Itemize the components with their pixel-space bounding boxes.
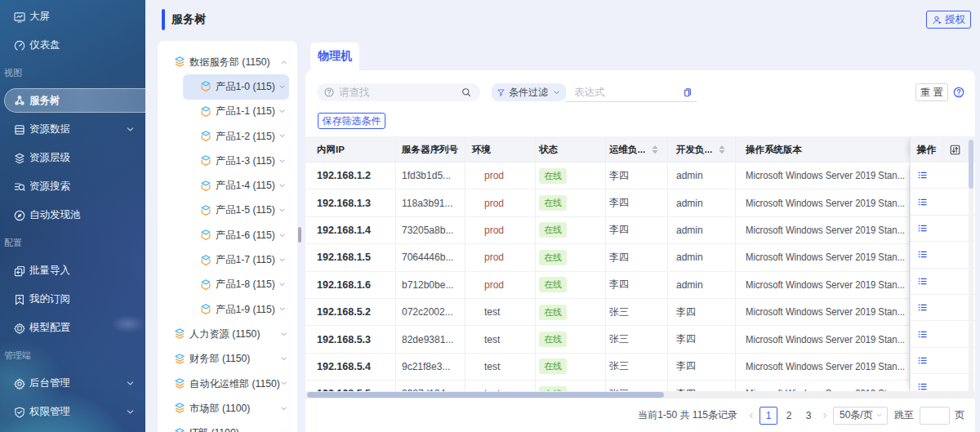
search-input[interactable]: 请查找 bbox=[317, 83, 480, 101]
page-size-value: 50条/页 bbox=[840, 408, 873, 422]
tree-node[interactable]: 数据服务部 (1150) bbox=[158, 50, 297, 74]
action-list-icon[interactable] bbox=[917, 329, 928, 340]
sidebar-item-gear[interactable]: 后台管理 bbox=[0, 369, 145, 398]
expression-input[interactable]: 表达式 bbox=[565, 83, 697, 102]
compass-icon bbox=[13, 209, 26, 222]
sidebar-item-layers[interactable]: 资源层级 bbox=[0, 144, 145, 172]
authorize-button[interactable]: 授权 bbox=[926, 11, 971, 29]
horizontal-scrollbar-thumb[interactable] bbox=[307, 392, 664, 398]
tree-node[interactable]: 产品1-4 (115) bbox=[183, 173, 289, 198]
status-badge: 在线 bbox=[539, 168, 567, 184]
sidebar-item-gauge[interactable]: 仪表盘 bbox=[0, 31, 145, 60]
save-filter-button[interactable]: 保存筛选条件 bbox=[318, 113, 385, 129]
tab-physical-machine[interactable]: 物理机 bbox=[310, 42, 359, 70]
cell-ip: 192.168.5.5 bbox=[305, 381, 396, 392]
cell-os-text: Microsoft Windows Server 2019 Stan... bbox=[746, 198, 905, 209]
sort-buttons[interactable] bbox=[719, 145, 725, 154]
action-list-icon[interactable] bbox=[917, 355, 928, 366]
sidebar-item-subscribe[interactable]: 我的订阅 bbox=[0, 285, 145, 314]
column-header[interactable]: 运维负... bbox=[606, 136, 668, 163]
action-list-icon[interactable] bbox=[917, 249, 928, 260]
action-list-icon[interactable] bbox=[917, 223, 928, 234]
sidebar-item-shield-check[interactable]: 权限管理 bbox=[0, 398, 145, 426]
chevron-down-icon bbox=[126, 125, 135, 134]
page-number-1[interactable]: 1 bbox=[760, 407, 777, 425]
main-panel: 请查找 条件过滤 表达式 重 置 保存筛选条件 内网IP服务器序列号环境状态运维… bbox=[305, 70, 975, 432]
vertical-scrollbar-thumb[interactable] bbox=[969, 140, 973, 189]
column-header[interactable]: 操作系统版本 bbox=[736, 136, 910, 163]
table-row: 192.168.5.2072c2002...test在线张三李四Microsof… bbox=[305, 299, 910, 326]
tree-node[interactable]: 产品1-9 (115) bbox=[183, 297, 289, 322]
cell-os-text: Microsoft Windows Server 2019 Stan... bbox=[746, 361, 905, 372]
cell-status: 在线 bbox=[536, 381, 606, 392]
tree-node[interactable]: 财务部 (1150) bbox=[158, 347, 297, 372]
tree-node-label: 产品1-5 (115) bbox=[216, 203, 275, 217]
column-header[interactable]: 状态 bbox=[536, 136, 606, 163]
column-header[interactable]: 内网IP bbox=[305, 136, 396, 163]
action-list-icon[interactable] bbox=[917, 276, 928, 287]
jump-to-input[interactable] bbox=[920, 407, 950, 425]
table-row: 192.168.1.57064446b...prod在线李四adminMicro… bbox=[305, 244, 910, 271]
product-icon bbox=[199, 303, 212, 316]
help-icon[interactable] bbox=[952, 86, 965, 99]
tree-node[interactable]: 产品1-8 (115) bbox=[183, 273, 289, 297]
copy-icon[interactable] bbox=[682, 87, 693, 98]
cell-ops-owner: 张三 bbox=[606, 381, 668, 392]
page-size-select[interactable]: 50条/页 bbox=[833, 407, 888, 425]
column-header[interactable]: 开发负... bbox=[668, 136, 736, 163]
tree-node[interactable]: 产品1-2 (115) bbox=[183, 124, 289, 149]
tree-node[interactable]: 自动化运维部 (1150) bbox=[158, 372, 297, 396]
column-settings-icon[interactable] bbox=[949, 144, 961, 156]
action-list-icon[interactable] bbox=[917, 302, 928, 313]
column-header[interactable]: 环境 bbox=[466, 136, 536, 163]
cell-os: Microsoft Windows Server 2019 Stan... bbox=[736, 354, 910, 380]
tree-node[interactable]: 产品1-6 (115) bbox=[183, 223, 289, 247]
condition-filter-button[interactable]: 条件过滤 bbox=[492, 83, 566, 101]
reset-button[interactable]: 重 置 bbox=[915, 83, 948, 101]
next-page-button[interactable] bbox=[818, 409, 831, 422]
tab-label: 物理机 bbox=[318, 49, 352, 64]
sort-buttons[interactable] bbox=[652, 145, 658, 154]
product-icon bbox=[199, 204, 212, 217]
cell-os: Microsoft Windows Server 2019 Stan... bbox=[736, 272, 910, 298]
cell-os: Microsoft Windows Server 2019 Stan... bbox=[736, 326, 910, 352]
tree-node[interactable]: 产品1-5 (115) bbox=[183, 198, 289, 223]
tree-scrollbar-thumb[interactable] bbox=[298, 227, 301, 243]
horizontal-scrollbar[interactable] bbox=[305, 391, 975, 399]
cell-os-text: Microsoft Windows Server 2019 Stan... bbox=[746, 225, 905, 236]
sidebar-item-model[interactable]: 模型配置 bbox=[0, 314, 145, 342]
cell-ops-owner: 张三 bbox=[606, 354, 668, 380]
sidebar-item-search-list[interactable]: 资源搜索 bbox=[0, 172, 145, 201]
tree-node[interactable]: 市场部 (1100) bbox=[158, 396, 297, 421]
sidebar-item-screen[interactable]: 大屏 bbox=[0, 2, 145, 31]
sidebar-item-compass[interactable]: 自动发现池 bbox=[0, 201, 145, 229]
cell-status: 在线 bbox=[536, 189, 606, 216]
action-list-icon[interactable] bbox=[917, 197, 928, 207]
tree-node[interactable]: 人力资源 (1150) bbox=[158, 322, 297, 346]
sidebar-item-import[interactable]: 批量导入 bbox=[0, 256, 145, 285]
page-number-3[interactable]: 3 bbox=[800, 407, 817, 425]
tree-node[interactable]: 产品1-7 (115) bbox=[183, 247, 289, 272]
table-row: 192.168.5.382de9381...test在线张三李四Microsof… bbox=[305, 326, 910, 353]
prev-page-button[interactable] bbox=[745, 409, 758, 422]
action-list-icon[interactable] bbox=[917, 170, 928, 180]
vertical-scrollbar[interactable] bbox=[969, 136, 973, 391]
tree-node[interactable]: 产品1-3 (115) bbox=[183, 149, 289, 173]
table-row: 192.168.1.473205a8b...prod在线李四adminMicro… bbox=[305, 217, 910, 244]
column-header[interactable]: 服务器序列号 bbox=[396, 136, 466, 163]
chevron-down-icon bbox=[278, 281, 286, 288]
sidebar-item-service-tree[interactable]: 服务树 bbox=[4, 88, 145, 113]
sidebar-item-database[interactable]: 资源数据 bbox=[0, 115, 145, 144]
table-header-row: 内网IP服务器序列号环境状态运维负...开发负...操作系统版本 bbox=[305, 136, 910, 163]
tree-node[interactable]: IT部 (1100) bbox=[158, 421, 297, 432]
tree-node[interactable]: 产品1-1 (115) bbox=[183, 100, 289, 124]
cell-dev-owner: 李四 bbox=[668, 299, 736, 325]
chevron-down-icon bbox=[280, 380, 287, 387]
page-number-2[interactable]: 2 bbox=[781, 407, 797, 425]
chevron-down-icon bbox=[126, 408, 135, 416]
cell-os: Microsoft Windows Server 2019 Stan... bbox=[736, 189, 910, 216]
tree-node[interactable]: 产品1-0 (115) bbox=[183, 74, 289, 99]
search-icon[interactable] bbox=[461, 87, 472, 98]
column-header-action[interactable]: 操作 bbox=[911, 136, 943, 163]
row-actions bbox=[911, 163, 975, 189]
